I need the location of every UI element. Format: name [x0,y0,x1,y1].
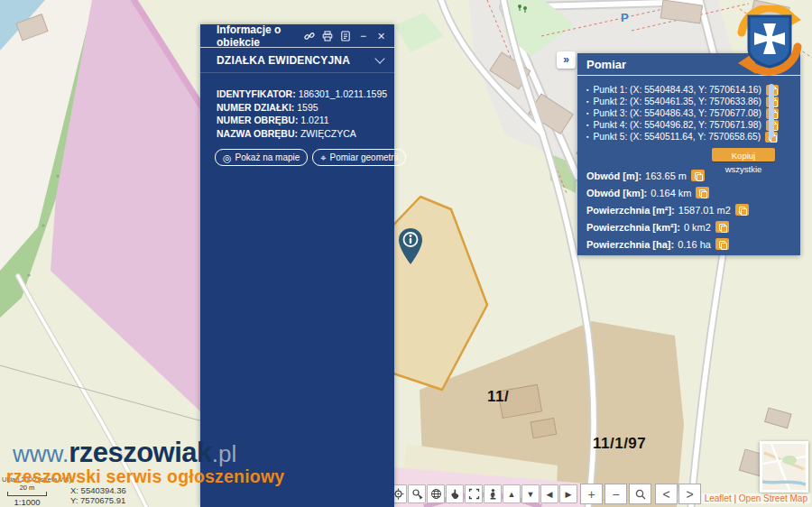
scale-bar: 20 m 1:1000 [7,484,47,507]
zoom-out-button[interactable]: − [604,484,627,504]
magnifier-icon [634,488,647,501]
measure-point-row: ▪ Punkt 2: (X: 5540461.35, Y: 7570633.86… [586,96,779,107]
streetview-button[interactable] [484,484,502,503]
measure-icon: ⌖ [320,153,326,162]
section-dzialka-ewidencyjna[interactable]: DZIAŁKA EWIDENCYJNA [200,48,394,73]
info-panel-header: Informacje o obiekcie [200,24,394,48]
bullet-icon: ▪ [586,110,588,116]
panel-title: Informacje o obiekcie [217,23,303,49]
field-nazwa-obrebu: NAZWA OBRĘBU: ZWIĘCZYCA [217,127,382,141]
section-title: DZIAŁKA EWIDENCYJNA [217,54,376,67]
object-info-panel: Informacje o obiekcie [200,24,394,507]
bullet-icon: ▪ [586,87,588,93]
overview-minimap[interactable] [760,441,808,493]
history-next-button[interactable]: > [678,484,701,504]
measure-point-row: ▪ Punkt 4: (X: 5540496.82, Y: 7570671.98… [586,119,779,131]
leaflet-link[interactable]: Leaflet [705,493,732,503]
attribution-separator: | [734,493,736,503]
parcel-label-11-1-97: 11/1/97 [593,435,646,453]
cursor-coordinates: X: 5540394.36 Y: 7570675.91 [70,485,126,505]
parcel-label-11: 11/ [487,388,509,406]
bullet-icon: ▪ [586,98,588,105]
pan-hand-button[interactable] [446,484,464,503]
bullet-icon: ▪ [586,122,588,128]
scrollbar[interactable] [769,84,774,138]
info-marker-pin[interactable] [398,227,423,265]
coordinate-x: X: 5540394.36 [70,485,126,495]
copy-icon[interactable] [691,170,705,181]
hand-icon [449,488,461,500]
identify-zoom-button[interactable] [408,484,426,503]
copy-all-button[interactable]: Kopiuj wszystkie [712,148,775,161]
fullscreen-button[interactable] [465,484,483,503]
field-numer-dzialki: NUMER DZIAŁKI: 1595 [217,101,382,115]
scale-length-label: 20 m [7,484,47,492]
measure-geometry-button[interactable]: ⌖ Pomiar geometrii [312,149,406,166]
globe-icon [430,488,442,500]
copy-icon[interactable] [696,187,709,198]
crs-label: Układ 2000 (strefa VIII) [2,475,71,484]
geoportal-app: 11/ 11/1/97 P [0,0,812,507]
close-icon[interactable]: × [375,30,387,41]
eye-icon: ◎ [223,153,232,162]
measurement-panel: Pomiar × ▪ Punkt 1: (X: 5540484.43, Y: 7… [577,53,800,255]
streetview-person-icon [487,488,499,500]
coordinate-y: Y: 7570675.91 [70,495,126,505]
measure-point-row: ▪ Punkt 1: (X: 5540484.43, Y: 7570614.16… [586,84,779,96]
field-numer-obrebu: NUMER OBRĘBU: 1.0211 [217,114,382,127]
history-prev-button[interactable]: < [655,484,678,504]
zoom-search-button[interactable] [629,484,651,504]
show-on-map-button[interactable]: ◎ Pokaż na mapie [215,149,308,166]
measure-point-row: ▪ Punkt 5: (X: 5540511.64, Y: 7570658.65… [586,131,778,143]
pan-left-button[interactable]: ◀ [540,484,558,503]
result-row-powierzchnia-ha: Powierzchnia [ha]: 0.16 ha [586,236,729,252]
scale-bar-line [7,492,47,496]
field-identyfikator: IDENTYFIKATOR: 186301_1.0211.1595 [217,88,382,101]
rzeszow-logo [734,5,805,76]
pan-right-button[interactable]: ▶ [559,484,577,503]
measure-point-row: ▪ Punkt 3: (X: 5540486.43, Y: 7570677.08… [586,107,779,119]
copy-icon[interactable] [715,238,729,250]
result-row-obwod-m: Obwód [m]: 163.65 m [586,168,705,183]
scale-ratio: 1:1000 [7,497,47,507]
link-icon[interactable] [303,30,315,41]
fullscreen-icon [468,488,480,500]
result-row-obwod-km: Obwód [km]: 0.164 km [586,185,709,200]
zoom-in-button[interactable]: + [580,484,603,504]
magnifier-cursor-icon [411,488,423,500]
parking-label: P [621,11,629,24]
globe-button[interactable] [427,484,445,503]
copy-icon[interactable] [735,204,749,216]
copy-icon[interactable] [715,221,729,233]
pan-down-button[interactable]: ▼ [521,484,540,503]
panel-collapse-button[interactable]: » [557,51,576,69]
bullet-icon: ▪ [586,134,588,140]
result-row-powierzchnia-km2: Powierzchnia [km²]: 0 km2 [586,219,729,235]
chevron-down-icon [374,53,384,63]
save-report-icon[interactable] [339,30,351,41]
minimize-icon[interactable]: − [357,30,369,41]
osm-link[interactable]: Open Street Map [739,493,807,503]
result-row-powierzchnia-m2: Powierzchnia [m²]: 1587.01 m2 [586,202,749,217]
map-attribution: Leaflet | Open Street Map [702,493,810,503]
print-icon[interactable] [321,30,333,41]
pan-up-button[interactable]: ▲ [503,484,521,503]
